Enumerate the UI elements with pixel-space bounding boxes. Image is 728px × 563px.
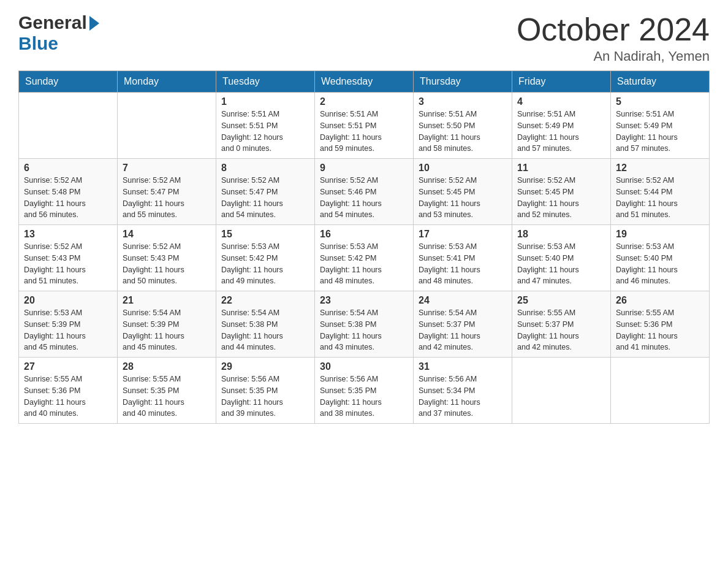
calendar-cell: 24Sunrise: 5:54 AM Sunset: 5:37 PM Dayli… — [414, 291, 512, 358]
calendar-cell — [118, 93, 216, 159]
day-info: Sunrise: 5:55 AM Sunset: 5:36 PM Dayligh… — [24, 373, 112, 419]
weekday-header-sunday: Sunday — [19, 71, 118, 93]
day-number: 13 — [24, 229, 112, 240]
day-info: Sunrise: 5:52 AM Sunset: 5:44 PM Dayligh… — [616, 175, 704, 221]
calendar-week-row: 1Sunrise: 5:51 AM Sunset: 5:51 PM Daylig… — [19, 93, 710, 159]
page-header: General Blue October 2024 An Nadirah, Ye… — [18, 12, 710, 64]
calendar-cell: 31Sunrise: 5:56 AM Sunset: 5:34 PM Dayli… — [414, 358, 512, 424]
day-number: 22 — [221, 295, 309, 306]
day-info: Sunrise: 5:52 AM Sunset: 5:48 PM Dayligh… — [24, 175, 112, 221]
calendar-cell: 3Sunrise: 5:51 AM Sunset: 5:50 PM Daylig… — [414, 93, 512, 159]
calendar-cell: 4Sunrise: 5:51 AM Sunset: 5:49 PM Daylig… — [512, 93, 611, 159]
weekday-header-saturday: Saturday — [611, 71, 710, 93]
day-info: Sunrise: 5:53 AM Sunset: 5:39 PM Dayligh… — [24, 307, 112, 353]
calendar-cell: 9Sunrise: 5:52 AM Sunset: 5:46 PM Daylig… — [315, 159, 414, 225]
calendar-cell: 18Sunrise: 5:53 AM Sunset: 5:40 PM Dayli… — [512, 225, 611, 291]
day-info: Sunrise: 5:51 AM Sunset: 5:51 PM Dayligh… — [221, 109, 309, 155]
calendar-cell: 11Sunrise: 5:52 AM Sunset: 5:45 PM Dayli… — [512, 159, 611, 225]
day-info: Sunrise: 5:51 AM Sunset: 5:49 PM Dayligh… — [517, 109, 605, 155]
logo: General Blue — [18, 12, 99, 54]
day-info: Sunrise: 5:55 AM Sunset: 5:35 PM Dayligh… — [123, 373, 211, 419]
calendar-table: SundayMondayTuesdayWednesdayThursdayFrid… — [18, 71, 710, 424]
calendar-cell: 8Sunrise: 5:52 AM Sunset: 5:47 PM Daylig… — [216, 159, 315, 225]
calendar-cell: 23Sunrise: 5:54 AM Sunset: 5:38 PM Dayli… — [315, 291, 414, 358]
day-number: 19 — [616, 229, 704, 240]
day-number: 18 — [517, 229, 605, 240]
day-number: 29 — [221, 361, 309, 372]
day-info: Sunrise: 5:52 AM Sunset: 5:43 PM Dayligh… — [24, 241, 112, 287]
title-section: October 2024 An Nadirah, Yemen — [517, 12, 710, 64]
day-number: 30 — [320, 361, 408, 372]
day-number: 25 — [517, 295, 605, 306]
day-info: Sunrise: 5:56 AM Sunset: 5:35 PM Dayligh… — [320, 373, 408, 419]
day-number: 20 — [24, 295, 112, 306]
day-info: Sunrise: 5:55 AM Sunset: 5:37 PM Dayligh… — [517, 307, 605, 353]
day-number: 15 — [221, 229, 309, 240]
day-info: Sunrise: 5:56 AM Sunset: 5:34 PM Dayligh… — [419, 373, 507, 419]
calendar-cell: 6Sunrise: 5:52 AM Sunset: 5:48 PM Daylig… — [19, 159, 118, 225]
weekday-header-wednesday: Wednesday — [315, 71, 414, 93]
logo-arrow-icon — [89, 16, 99, 31]
day-info: Sunrise: 5:53 AM Sunset: 5:40 PM Dayligh… — [616, 241, 704, 287]
calendar-cell: 21Sunrise: 5:54 AM Sunset: 5:39 PM Dayli… — [118, 291, 216, 358]
day-info: Sunrise: 5:53 AM Sunset: 5:41 PM Dayligh… — [419, 241, 507, 287]
day-info: Sunrise: 5:51 AM Sunset: 5:50 PM Dayligh… — [419, 109, 507, 155]
weekday-header-friday: Friday — [512, 71, 611, 93]
day-info: Sunrise: 5:54 AM Sunset: 5:37 PM Dayligh… — [419, 307, 507, 353]
calendar-week-row: 6Sunrise: 5:52 AM Sunset: 5:48 PM Daylig… — [19, 159, 710, 225]
calendar-cell: 22Sunrise: 5:54 AM Sunset: 5:38 PM Dayli… — [216, 291, 315, 358]
calendar-cell: 25Sunrise: 5:55 AM Sunset: 5:37 PM Dayli… — [512, 291, 611, 358]
calendar-cell: 27Sunrise: 5:55 AM Sunset: 5:36 PM Dayli… — [19, 358, 118, 424]
calendar-cell: 5Sunrise: 5:51 AM Sunset: 5:49 PM Daylig… — [611, 93, 710, 159]
day-info: Sunrise: 5:53 AM Sunset: 5:42 PM Dayligh… — [320, 241, 408, 287]
calendar-cell: 13Sunrise: 5:52 AM Sunset: 5:43 PM Dayli… — [19, 225, 118, 291]
day-info: Sunrise: 5:52 AM Sunset: 5:43 PM Dayligh… — [123, 241, 211, 287]
calendar-cell: 14Sunrise: 5:52 AM Sunset: 5:43 PM Dayli… — [118, 225, 216, 291]
day-info: Sunrise: 5:52 AM Sunset: 5:47 PM Dayligh… — [123, 175, 211, 221]
calendar-cell: 28Sunrise: 5:55 AM Sunset: 5:35 PM Dayli… — [118, 358, 216, 424]
calendar-cell: 1Sunrise: 5:51 AM Sunset: 5:51 PM Daylig… — [216, 93, 315, 159]
day-number: 26 — [616, 295, 704, 306]
calendar-cell: 30Sunrise: 5:56 AM Sunset: 5:35 PM Dayli… — [315, 358, 414, 424]
weekday-header-tuesday: Tuesday — [216, 71, 315, 93]
day-info: Sunrise: 5:53 AM Sunset: 5:42 PM Dayligh… — [221, 241, 309, 287]
calendar-cell: 29Sunrise: 5:56 AM Sunset: 5:35 PM Dayli… — [216, 358, 315, 424]
day-number: 16 — [320, 229, 408, 240]
day-number: 17 — [419, 229, 507, 240]
day-number: 27 — [24, 361, 112, 372]
day-number: 12 — [616, 163, 704, 174]
calendar-cell: 15Sunrise: 5:53 AM Sunset: 5:42 PM Dayli… — [216, 225, 315, 291]
day-info: Sunrise: 5:52 AM Sunset: 5:45 PM Dayligh… — [419, 175, 507, 221]
day-number: 14 — [123, 229, 211, 240]
day-number: 23 — [320, 295, 408, 306]
day-number: 6 — [24, 163, 112, 174]
logo-general-text: General — [18, 12, 87, 33]
day-info: Sunrise: 5:54 AM Sunset: 5:39 PM Dayligh… — [123, 307, 211, 353]
calendar-cell: 17Sunrise: 5:53 AM Sunset: 5:41 PM Dayli… — [414, 225, 512, 291]
day-number: 10 — [419, 163, 507, 174]
calendar-cell: 26Sunrise: 5:55 AM Sunset: 5:36 PM Dayli… — [611, 291, 710, 358]
calendar-cell: 10Sunrise: 5:52 AM Sunset: 5:45 PM Dayli… — [414, 159, 512, 225]
weekday-header-row: SundayMondayTuesdayWednesdayThursdayFrid… — [19, 71, 710, 93]
day-number: 31 — [419, 361, 507, 372]
day-info: Sunrise: 5:54 AM Sunset: 5:38 PM Dayligh… — [320, 307, 408, 353]
day-number: 4 — [517, 96, 605, 107]
day-info: Sunrise: 5:52 AM Sunset: 5:46 PM Dayligh… — [320, 175, 408, 221]
day-number: 3 — [419, 96, 507, 107]
day-info: Sunrise: 5:53 AM Sunset: 5:40 PM Dayligh… — [517, 241, 605, 287]
calendar-cell: 16Sunrise: 5:53 AM Sunset: 5:42 PM Dayli… — [315, 225, 414, 291]
calendar-cell — [19, 93, 118, 159]
calendar-cell — [611, 358, 710, 424]
weekday-header-thursday: Thursday — [414, 71, 512, 93]
calendar-cell: 7Sunrise: 5:52 AM Sunset: 5:47 PM Daylig… — [118, 159, 216, 225]
calendar-cell: 20Sunrise: 5:53 AM Sunset: 5:39 PM Dayli… — [19, 291, 118, 358]
calendar-cell: 19Sunrise: 5:53 AM Sunset: 5:40 PM Dayli… — [611, 225, 710, 291]
calendar-week-row: 13Sunrise: 5:52 AM Sunset: 5:43 PM Dayli… — [19, 225, 710, 291]
calendar-cell: 2Sunrise: 5:51 AM Sunset: 5:51 PM Daylig… — [315, 93, 414, 159]
location-label: An Nadirah, Yemen — [517, 48, 710, 64]
day-info: Sunrise: 5:56 AM Sunset: 5:35 PM Dayligh… — [221, 373, 309, 419]
day-number: 8 — [221, 163, 309, 174]
day-number: 1 — [221, 96, 309, 107]
calendar-week-row: 27Sunrise: 5:55 AM Sunset: 5:36 PM Dayli… — [19, 358, 710, 424]
day-info: Sunrise: 5:51 AM Sunset: 5:51 PM Dayligh… — [320, 109, 408, 155]
